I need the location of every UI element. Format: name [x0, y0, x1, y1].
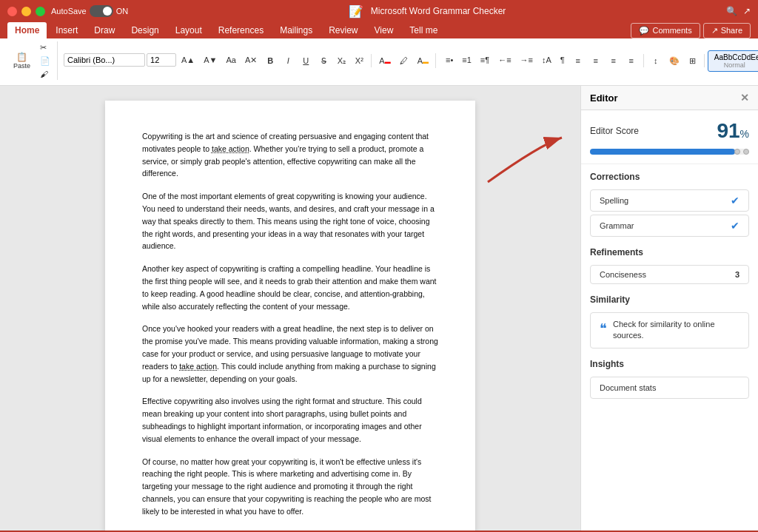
clipboard-group: 📋 Paste ✂ 📄 🖌: [6, 41, 58, 80]
corrections-header: Corrections: [581, 164, 758, 186]
justify-button[interactable]: ≡: [623, 55, 640, 67]
ribbon-actions: 💬 Comments ↗ Share: [631, 23, 751, 38]
tab-layout[interactable]: Layout: [168, 22, 209, 38]
score-value-area: 91%: [717, 119, 749, 143]
numbering-button[interactable]: ≡1: [458, 54, 475, 66]
search-icon[interactable]: 🔍: [726, 6, 737, 16]
paragraph-7: In conclusion, copywriting is a powerful…: [142, 528, 438, 531]
line-spacing-button[interactable]: ↕: [648, 55, 664, 67]
increase-font-button[interactable]: A▲: [178, 54, 198, 66]
title-bar-right: 🔍 ↗: [726, 6, 751, 16]
multilevel-button[interactable]: ≡¶: [477, 54, 493, 66]
decrease-font-button[interactable]: A▼: [200, 54, 221, 66]
superscript-button[interactable]: X²: [351, 55, 367, 67]
document-area[interactable]: Copywriting is the art and science of cr…: [0, 86, 580, 531]
divider1: [371, 54, 372, 67]
tab-references[interactable]: References: [211, 22, 271, 38]
underline-button[interactable]: U: [298, 55, 314, 67]
conciseness-item[interactable]: Conciseness 3: [590, 265, 749, 284]
change-case-button[interactable]: Aa: [222, 54, 239, 66]
paste-button[interactable]: 📋 Paste: [9, 50, 35, 71]
tab-review[interactable]: Review: [321, 22, 365, 38]
toggle-state: ON: [116, 7, 129, 16]
similarity-header: Similarity: [581, 287, 758, 309]
copy-button[interactable]: 📄: [36, 55, 54, 67]
score-header: Editor Score 91%: [590, 119, 749, 143]
editor-close-button[interactable]: ✕: [740, 92, 749, 104]
tab-tell-me[interactable]: Tell me: [402, 22, 445, 38]
app-title: Microsoft Word Grammar Checker: [371, 6, 506, 16]
sort-button[interactable]: ↕A: [538, 54, 555, 66]
conciseness-count: 3: [735, 270, 739, 279]
strikethrough-button[interactable]: S̶: [315, 55, 332, 67]
borders-button[interactable]: ⊞: [685, 55, 701, 67]
align-left-button[interactable]: ≡: [570, 55, 586, 67]
paste-label: Paste: [13, 62, 30, 70]
toggle-knob: [103, 7, 112, 16]
ribbon-tabs: Home Insert Draw Design Layout Reference…: [0, 22, 758, 38]
underline-1: take action: [212, 144, 249, 153]
tab-view[interactable]: View: [367, 22, 401, 38]
style-normal-label: Normal: [714, 61, 755, 69]
grammar-label: Grammar: [600, 221, 634, 230]
format-painter-button[interactable]: 🖌: [36, 68, 54, 80]
autosave-toggle[interactable]: [90, 5, 113, 17]
align-center-button[interactable]: ≡: [588, 55, 604, 67]
style-normal[interactable]: AaBbCcDdEe Normal: [708, 50, 758, 72]
share-button[interactable]: ↗ Share: [703, 23, 751, 38]
score-percent: %: [740, 128, 749, 140]
close-button[interactable]: [7, 7, 17, 16]
tab-insert[interactable]: Insert: [48, 22, 85, 38]
bold-button[interactable]: B: [262, 55, 278, 67]
highlight-button[interactable]: 🖊: [396, 55, 412, 67]
paragraph-6: Of course, no matter how great your copy…: [142, 456, 438, 518]
align-right-button[interactable]: ≡: [606, 55, 622, 67]
score-bar: [590, 149, 749, 155]
alignment-row: ≡ ≡ ≡ ≡ ↕ 🎨 ⊞: [570, 54, 701, 67]
styles-group: AaBbCcDdEe Normal AaBbCcDdEe No Spacing …: [708, 45, 758, 76]
paragraph-3: Another key aspect of copywriting is cra…: [142, 263, 438, 312]
paragraph-group: ≡• ≡1 ≡¶ ←≡ →≡ ↕A ¶ ≡ ≡ ≡ ≡ ↕ 🎨 ⊞: [439, 54, 705, 67]
document-stats-item[interactable]: Document stats: [590, 377, 749, 399]
similarity-item[interactable]: ❝ Check for similarity to online sources…: [590, 312, 749, 349]
cut-button[interactable]: ✂: [36, 41, 54, 54]
shading-button[interactable]: A▬: [414, 55, 432, 67]
font-color-button[interactable]: A▬: [375, 55, 394, 67]
increase-indent-button[interactable]: →≡: [517, 54, 537, 66]
autosave-label: AutoSave: [51, 7, 87, 16]
ribbon-body: 📋 Paste ✂ 📄 🖌 A▲ A▼ Aa A✕: [0, 38, 758, 86]
shading-para-button[interactable]: 🎨: [665, 55, 683, 67]
bullets-button[interactable]: ≡•: [442, 54, 457, 66]
score-dot-2: [743, 149, 749, 155]
similarity-text: Check for similarity to online sources.: [613, 319, 739, 342]
grammar-check[interactable]: Grammar ✔: [590, 215, 749, 237]
document-stats-label: Document stats: [600, 383, 656, 392]
paragraph-4: Once you've hooked your readers with a g…: [142, 323, 438, 385]
grammar-check-icon: ✔: [731, 220, 739, 232]
score-bar-fill: [590, 149, 735, 155]
decrease-indent-button[interactable]: ←≡: [494, 54, 514, 66]
spelling-check[interactable]: Spelling ✔: [590, 189, 749, 212]
font-format-row: B I U S̶ X₂ X² A▬ 🖊 A▬: [262, 54, 432, 67]
traffic-lights: [7, 7, 45, 16]
font-group: A▲ A▼ Aa A✕ B I U S̶ X₂ X² A▬ 🖊 A▬: [61, 53, 436, 68]
clear-format-button[interactable]: A✕: [241, 54, 261, 67]
font-name-input[interactable]: [64, 53, 145, 67]
editor-panel-header: Editor ✕: [581, 86, 758, 110]
tab-design[interactable]: Design: [124, 22, 166, 38]
show-marks-button[interactable]: ¶: [557, 54, 568, 66]
font-size-input[interactable]: [147, 53, 176, 67]
tab-mailings[interactable]: Mailings: [272, 22, 320, 38]
ribbon-row1: 📋 Paste ✂ 📄 🖌 A▲ A▼ Aa A✕: [6, 41, 752, 82]
tab-draw[interactable]: Draw: [87, 22, 122, 38]
subscript-button[interactable]: X₂: [333, 55, 349, 67]
divider2: [643, 54, 644, 67]
italic-button[interactable]: I: [280, 55, 296, 67]
insights-header: Insights: [581, 351, 758, 374]
maximize-button[interactable]: [36, 7, 45, 16]
comments-button[interactable]: 💬 Comments: [631, 23, 700, 38]
paragraph-1: Copywriting is the art and science of cr…: [142, 130, 438, 180]
minimize-button[interactable]: [21, 7, 31, 16]
share-icon[interactable]: ↗: [743, 6, 751, 16]
tab-home[interactable]: Home: [7, 22, 47, 38]
